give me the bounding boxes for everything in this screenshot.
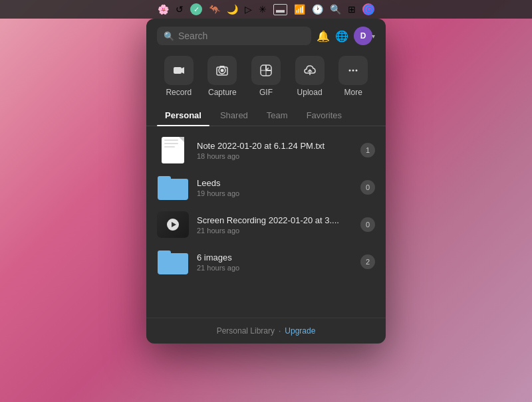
bluetooth-icon: ✳ [259,4,267,15]
svg-point-13 [356,70,358,72]
list-item[interactable]: Note 2022-01-20 at 6.1.24 PM.txt 18 hour… [146,132,386,169]
kangaroo-icon: 🦘 [209,4,220,15]
file-thumb-doc [157,137,189,163]
upload-label: Upload [297,88,323,97]
search-input[interactable] [178,31,305,41]
file-thumb-video [157,211,189,238]
main-panel: 🔍 🔔 🌐 D ▾ Record [146,19,386,344]
search-icon: 🔍 [164,31,174,41]
svg-marker-1 [182,67,184,74]
notification-icon: 🌀 [362,3,374,15]
check-icon: ✓ [190,3,202,15]
upload-button[interactable]: Upload [290,56,330,97]
file-list: Note 2022-01-20 at 6.1.24 PM.txt 18 hour… [146,126,386,286]
gif-icon [251,56,281,85]
search-bar: 🔍 🔔 🌐 D ▾ [146,19,386,50]
file-name: Note 2022-01-20 at 6.1.24 PM.txt [197,141,352,151]
more-button[interactable]: More [333,56,373,97]
personal-library-label: Personal Library [217,326,275,336]
file-info: Note 2022-01-20 at 6.1.24 PM.txt 18 hour… [197,141,352,160]
video-bg [157,211,189,238]
tab-shared[interactable]: Shared [212,105,256,126]
more-label: More [344,88,362,97]
folder-icon [158,249,188,274]
footer: Personal Library · Upgrade [146,318,386,344]
svg-point-11 [349,70,351,72]
avatar-chevron-icon[interactable]: ▾ [372,33,375,40]
file-name: 6 images [197,252,352,262]
folder-icon [158,175,188,200]
capture-icon [207,56,237,85]
tab-favorites[interactable]: Favorites [299,105,350,126]
file-info: 6 images 21 hours ago [197,252,352,272]
play-circle [167,219,179,231]
file-time: 18 hours ago [197,152,352,160]
action-buttons: Record Capture [146,50,386,105]
file-info: Leeds 19 hours ago [197,178,352,197]
play-triangle-icon [172,222,176,227]
file-badge: 0 [360,180,375,195]
capture-label: Capture [208,88,237,97]
bell-icon[interactable]: 🔔 [317,30,330,43]
clock-icon: 🕐 [312,4,323,15]
peacock-icon: 🌸 [158,4,169,15]
svg-point-12 [352,70,354,72]
file-info: Screen Recording 2022-01-20 at 3.... 21 … [197,215,352,235]
control-center-icon: ⊞ [348,4,356,15]
video-thumbnail [157,211,189,238]
upload-icon [295,56,325,85]
list-item[interactable]: 6 images 21 hours ago 2 [146,243,386,280]
file-badge: 1 [360,143,375,157]
menubar-icons: 🌸 ↺ ✓ 🦘 🌙 ▷ ✳ ▬ 📶 🕐 🔍 ⊞ 🌀 [158,3,374,15]
tab-personal[interactable]: Personal [157,105,209,126]
file-badge: 2 [360,254,375,269]
file-time: 21 hours ago [197,227,352,235]
avatar[interactable]: D [354,27,372,45]
search-input-wrapper[interactable]: 🔍 [157,27,311,45]
file-time: 19 hours ago [197,189,352,197]
list-item[interactable]: Leeds 19 hours ago 0 [146,169,386,206]
menubar: 🌸 ↺ ✓ 🦘 🌙 ▷ ✳ ▬ 📶 🕐 🔍 ⊞ 🌀 [0,0,532,19]
more-icon [338,56,368,85]
play-icon: ▷ [245,4,252,15]
file-time: 21 hours ago [197,264,352,272]
file-thumb-folder [157,249,189,275]
svg-point-3 [221,69,224,72]
reload-icon: ↺ [176,4,184,15]
tab-team[interactable]: Team [259,105,296,126]
upgrade-button[interactable]: Upgrade [285,326,315,336]
list-item[interactable]: Screen Recording 2022-01-20 at 3.... 21 … [146,206,386,243]
wifi-icon: 📶 [294,4,305,15]
file-name: Screen Recording 2022-01-20 at 3.... [197,215,352,225]
record-button[interactable]: Record [159,56,199,97]
gif-button[interactable]: GIF [246,56,286,97]
moon-icon: 🌙 [227,4,238,15]
tabs: Personal Shared Team Favorites [146,105,386,126]
record-label: Record [166,88,192,97]
search-menubar-icon: 🔍 [330,4,341,15]
file-badge: 0 [360,217,375,232]
header-icons: 🔔 🌐 D ▾ [317,27,375,45]
file-thumb-folder [157,174,189,201]
capture-button[interactable]: Capture [202,56,242,97]
svg-rect-0 [174,67,182,74]
document-icon [162,137,184,163]
gif-label: GIF [259,88,273,97]
record-icon [164,56,194,85]
file-name: Leeds [197,178,352,188]
globe-icon[interactable]: 🌐 [335,30,348,43]
footer-divider: · [279,326,281,336]
battery-icon: ▬ [273,4,287,15]
